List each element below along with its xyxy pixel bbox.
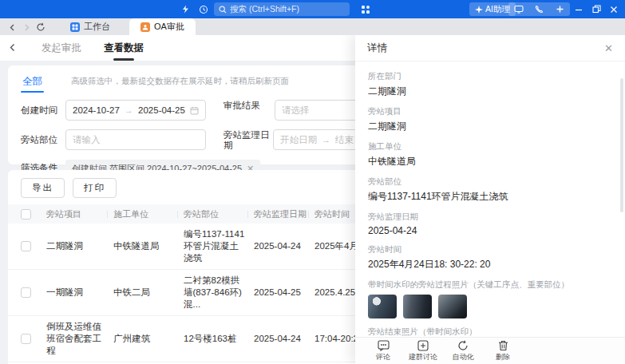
cell-station-part: 12号楼163桩 bbox=[184, 328, 254, 350]
minimize-icon[interactable] bbox=[572, 2, 586, 16]
station-part-label: 旁站部位 bbox=[21, 129, 65, 146]
detail-field-value: 二期隧洞 bbox=[368, 120, 612, 133]
tabbar: 工作台 OA审批 bbox=[0, 18, 625, 35]
detail-field-value: 编号1137-1141环管片混凝土浇筑 bbox=[368, 190, 612, 204]
cell-station-project: 二期隧洞 bbox=[46, 235, 113, 257]
forward-icon[interactable] bbox=[19, 20, 34, 34]
comment-icon bbox=[378, 340, 390, 351]
tab-view-data[interactable]: 查看数据 bbox=[93, 35, 155, 61]
create-group-button[interactable]: 建群讨论 bbox=[409, 340, 437, 362]
photo-thumbnail[interactable] bbox=[438, 295, 467, 318]
refresh-icon[interactable] bbox=[34, 20, 48, 34]
tab-view-data-label: 查看数据 bbox=[104, 42, 144, 55]
ai-assistant-label: AI助理 bbox=[485, 4, 510, 15]
column-header: 旁站监理日期 bbox=[254, 208, 314, 220]
cell-station-part: 二衬第82模拱墙(837-846环)混... bbox=[184, 270, 254, 315]
automation-icon bbox=[457, 340, 469, 351]
detail-panel-header: 详情 ✕ bbox=[355, 35, 625, 61]
created-end-value: 2025-04-25 bbox=[138, 105, 185, 115]
cell-construction-unit: 广州建筑 bbox=[113, 328, 184, 350]
detail-panel-footer: 评论 建群讨论 自动化 删除 bbox=[355, 337, 625, 364]
search-icon bbox=[219, 6, 227, 14]
detail-field: 施工单位 中铁隧道局 bbox=[368, 141, 612, 168]
tab-oa-approval[interactable]: OA审批 bbox=[129, 18, 196, 35]
history-icon[interactable] bbox=[196, 2, 210, 16]
range-arrow-icon: → bbox=[125, 105, 133, 115]
column-header: 旁站项目 bbox=[46, 208, 113, 220]
tab-oa-approval-label: OA审批 bbox=[154, 21, 184, 33]
cell-construction-unit: 中铁隧道局 bbox=[113, 235, 184, 257]
cell-monitor-date: 2025-04-24 bbox=[254, 328, 314, 350]
tab-workbench[interactable]: 工作台 bbox=[59, 18, 121, 35]
tab-workbench-label: 工作台 bbox=[84, 21, 110, 33]
detail-field-value: 2025-04-24 bbox=[368, 225, 612, 236]
apps-grid-icon[interactable] bbox=[358, 2, 372, 16]
detail-field: 旁站项目 二期隧洞 bbox=[368, 106, 612, 133]
delete-icon bbox=[498, 340, 508, 351]
panel-scrollbar[interactable] bbox=[620, 78, 623, 212]
detail-field-label: 旁站部位 bbox=[368, 176, 612, 188]
detail-field: 所在部门 二期隧洞 bbox=[368, 71, 612, 98]
detail-field-value: 中铁隧道局 bbox=[368, 155, 612, 168]
sparkle-icon bbox=[475, 6, 483, 14]
detail-field: 旁站时间 2025年4月24日18: 30-22: 20 bbox=[368, 244, 612, 271]
detail-field: 旁站部位 编号1137-1141环管片混凝土浇筑 bbox=[368, 176, 612, 204]
automation-label: 自动化 bbox=[453, 352, 474, 362]
screen-share-icon[interactable] bbox=[514, 5, 524, 14]
range-arrow-icon: → bbox=[322, 135, 330, 144]
detail-panel-title: 详情 bbox=[367, 42, 387, 55]
cell-construction-unit: 中铁二局 bbox=[113, 282, 184, 303]
print-button[interactable]: 打印 bbox=[73, 178, 117, 198]
close-window-icon[interactable] bbox=[607, 2, 621, 16]
tab-launch-approval[interactable]: 发起审批 bbox=[30, 35, 93, 61]
export-button[interactable]: 导出 bbox=[21, 178, 65, 198]
phone-call-icon[interactable] bbox=[535, 5, 544, 14]
created-date-range-input[interactable]: 2024-10-27 → 2025-04-25 bbox=[65, 100, 206, 121]
photo-thumbnail[interactable] bbox=[368, 295, 397, 318]
cell-monitor-date: 2025-04-24 bbox=[254, 235, 314, 257]
calendar-icon bbox=[190, 106, 199, 115]
monitor-date-label: 旁站监理日期 bbox=[223, 129, 273, 151]
automation-button[interactable]: 自动化 bbox=[449, 340, 477, 362]
photo-thumbnail[interactable] bbox=[403, 295, 432, 318]
filter-tab-all[interactable]: 全部 bbox=[21, 75, 44, 89]
detail-field-value: 2025年4月24日18: 30-22: 20 bbox=[368, 258, 612, 271]
row-checkbox[interactable] bbox=[21, 334, 31, 344]
detail-panel-body: 所在部门 二期隧洞 旁站项目 二期隧洞 施工单位 中铁隧道局 旁站部位 编号11… bbox=[355, 62, 625, 337]
tab-launch-approval-label: 发起审批 bbox=[42, 42, 81, 55]
detail-field-label: 旁站时间 bbox=[368, 244, 612, 255]
photo-group: 旁站结束照片（带时间水印） bbox=[368, 326, 612, 337]
back-icon[interactable] bbox=[5, 20, 19, 34]
detail-field: 旁站监理日期 2025-04-24 bbox=[368, 212, 612, 236]
titlebar: 搜索 (Ctrl+Shift+F) AI助理 bbox=[0, 0, 625, 18]
search-placeholder: 搜索 (Ctrl+Shift+F) bbox=[230, 4, 299, 15]
photo-row bbox=[368, 295, 612, 318]
comment-label: 评论 bbox=[376, 352, 390, 362]
panel-close-icon[interactable]: ✕ bbox=[604, 43, 613, 53]
comment-button[interactable]: 评论 bbox=[370, 340, 397, 362]
app-window: 搜索 (Ctrl+Shift+F) AI助理 bbox=[0, 0, 625, 364]
search-input[interactable]: 搜索 (Ctrl+Shift+F) bbox=[214, 2, 350, 16]
station-part-input[interactable]: 请输入 bbox=[65, 129, 206, 150]
plus-icon[interactable] bbox=[556, 5, 564, 14]
created-time-label: 创建时间 bbox=[21, 100, 65, 117]
restore-window-icon[interactable] bbox=[589, 2, 603, 16]
select-all-checkbox[interactable] bbox=[21, 209, 31, 220]
row-checkbox[interactable] bbox=[21, 287, 31, 298]
flash-icon[interactable] bbox=[179, 2, 192, 16]
detail-panel: 详情 ✕ 所在部门 二期隧洞 旁站项目 二期隧洞 施工单位 中铁隧道局 旁站部位… bbox=[355, 35, 625, 364]
detail-field-label: 所在部门 bbox=[368, 71, 612, 82]
create-group-icon bbox=[417, 340, 429, 351]
oa-approval-icon bbox=[140, 22, 150, 32]
delete-button[interactable]: 删除 bbox=[489, 340, 516, 362]
subnav-back-icon[interactable] bbox=[0, 42, 24, 54]
detail-field-label: 施工单位 bbox=[368, 141, 612, 152]
row-checkbox[interactable] bbox=[21, 241, 31, 251]
cell-station-project: 一期隧洞 bbox=[46, 282, 113, 303]
start-date-placeholder: 开始日期 bbox=[280, 134, 317, 146]
detail-field-label: 旁站项目 bbox=[368, 106, 612, 117]
delete-label: 删除 bbox=[496, 352, 510, 362]
created-start-value: 2024-10-27 bbox=[73, 105, 120, 115]
filter-hint: 高级筛选中，最新提交数据存在展示延时，请稍后刷新页面 bbox=[71, 76, 289, 87]
column-header: 施工单位 bbox=[113, 208, 184, 220]
